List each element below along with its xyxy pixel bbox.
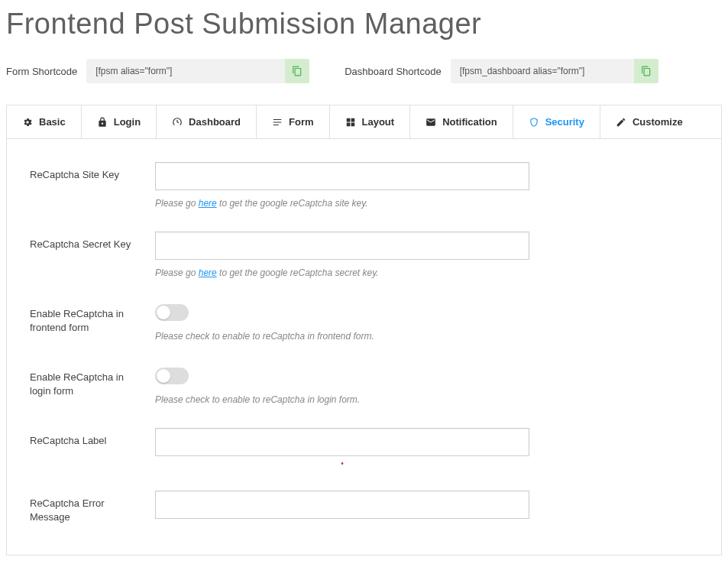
field-label: ReCaptcha Secret Key <box>30 232 155 251</box>
tab-label: Basic <box>39 116 66 128</box>
mail-icon <box>425 117 436 128</box>
field-enable-frontend: Enable ReCaptcha in frontend form Please… <box>30 301 698 342</box>
form-shortcode-box <box>86 59 309 83</box>
tab-label: Login <box>114 116 141 128</box>
shortcode-bar: Form Shortcode Dashboard Shortcode <box>6 59 722 83</box>
indicator-dot: • <box>155 459 529 468</box>
security-panel: ReCaptcha Site Key Please go here to get… <box>6 139 722 556</box>
dashboard-icon <box>172 117 183 128</box>
dashboard-shortcode-box <box>451 59 658 83</box>
tab-notification[interactable]: Notification <box>410 105 513 138</box>
hint-link[interactable]: here <box>199 198 217 209</box>
tab-label: Dashboard <box>189 116 241 128</box>
tab-label: Notification <box>442 116 497 128</box>
dashboard-shortcode-input[interactable] <box>451 60 634 83</box>
tab-login[interactable]: Login <box>82 105 157 138</box>
page-title: Frontend Post Submission Manager <box>6 8 722 40</box>
tab-label: Layout <box>362 116 395 128</box>
field-label: Enable ReCaptcha in frontend form <box>30 301 155 335</box>
tab-security[interactable]: Security <box>513 105 600 138</box>
field-enable-login: Enable ReCaptcha in login form Please ch… <box>30 364 698 405</box>
hint-link[interactable]: here <box>199 267 217 278</box>
lock-icon <box>97 117 108 128</box>
field-label: ReCaptcha Label <box>30 428 155 448</box>
dashboard-shortcode-label: Dashboard Shortcode <box>345 66 441 77</box>
tab-basic[interactable]: Basic <box>7 105 82 138</box>
tab-dashboard[interactable]: Dashboard <box>157 105 257 138</box>
field-hint: Please go here to get the google reCaptc… <box>155 267 529 278</box>
gear-icon <box>22 117 33 128</box>
field-label: ReCaptcha Site Key <box>30 162 155 182</box>
field-recaptcha-label: ReCaptcha Label • <box>30 428 698 468</box>
form-shortcode-input[interactable] <box>86 60 285 83</box>
form-icon <box>272 117 283 128</box>
error-message-input[interactable] <box>155 491 529 519</box>
field-label: ReCaptcha Error Message <box>30 491 155 524</box>
tab-layout[interactable]: Layout <box>330 105 411 138</box>
field-error-message: ReCaptcha Error Message <box>30 491 698 524</box>
tab-label: Security <box>545 116 584 128</box>
tab-form[interactable]: Form <box>257 105 330 138</box>
field-hint: Please go here to get the google reCaptc… <box>155 198 529 209</box>
field-label: Enable ReCaptcha in login form <box>30 364 155 398</box>
copy-icon[interactable] <box>634 59 658 83</box>
secret-key-input[interactable] <box>155 232 529 260</box>
layout-icon <box>345 117 356 128</box>
recaptcha-label-input[interactable] <box>155 428 529 456</box>
brush-icon <box>616 117 626 128</box>
enable-frontend-toggle[interactable] <box>155 304 189 321</box>
form-shortcode-label: Form Shortcode <box>6 66 77 77</box>
tab-customize[interactable]: Customize <box>600 105 698 138</box>
shield-icon <box>529 117 539 128</box>
field-secret-key: ReCaptcha Secret Key Please go here to g… <box>30 232 698 278</box>
field-hint: Please check to enable to reCaptcha in f… <box>155 331 529 342</box>
tab-label: Form <box>289 116 314 128</box>
tab-label: Customize <box>633 116 683 128</box>
field-site-key: ReCaptcha Site Key Please go here to get… <box>30 162 698 209</box>
field-hint: Please check to enable to reCaptcha in l… <box>155 394 529 405</box>
tabs-bar: Basic Login Dashboard Form Layout Notifi… <box>6 105 722 139</box>
enable-login-toggle[interactable] <box>155 368 189 384</box>
site-key-input[interactable] <box>155 162 529 190</box>
copy-icon[interactable] <box>285 59 309 83</box>
